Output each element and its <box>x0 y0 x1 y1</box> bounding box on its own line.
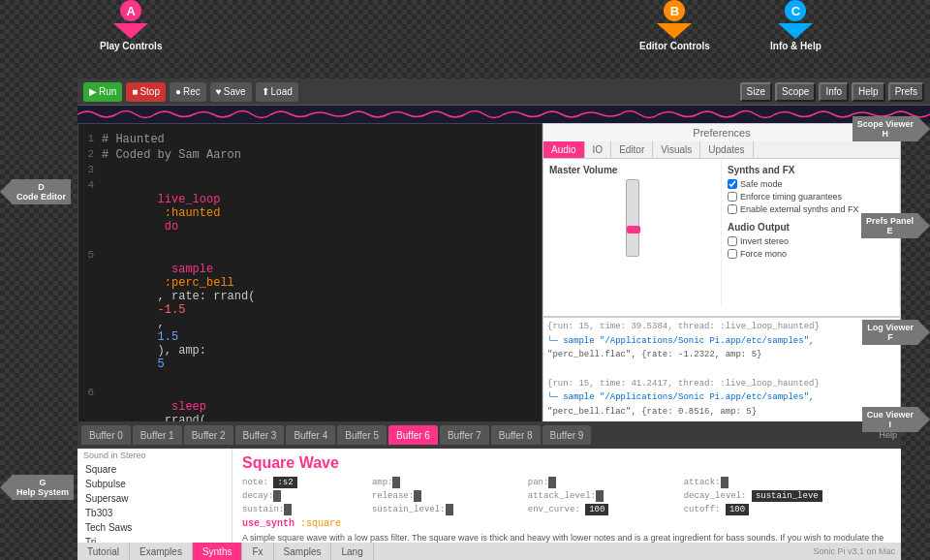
label-cue-viewer: Cue Viewer I <box>862 407 930 432</box>
volume-handle <box>627 226 640 233</box>
label-b-circle: B <box>664 0 685 21</box>
buffer-tab-0[interactable]: Buffer 0 <box>81 425 131 445</box>
label-d-arrow <box>0 180 12 203</box>
help-param-attack: attack: <box>684 476 891 487</box>
help-param-decay-level: decay_level: sustain_leve <box>684 489 891 501</box>
label-i-arrow <box>918 408 930 431</box>
prefs-tab-editor[interactable]: Editor <box>611 141 653 158</box>
label-g-box: G Help System <box>12 475 74 500</box>
label-f-arrow <box>918 321 930 344</box>
help-sidebar-techsaws[interactable]: Tech Saws <box>78 520 232 535</box>
label-e-arrow <box>918 214 930 237</box>
load-button[interactable]: ⬆ Load <box>256 82 298 102</box>
buffer-tab-2[interactable]: Buffer 2 <box>184 425 233 445</box>
log-entry-2: └─ sample "/Applications/Sonic Pi.app/et… <box>547 336 896 348</box>
label-prefs-panel: Prefs Panel E <box>861 213 930 238</box>
buffer-tab-8[interactable]: Buffer 8 <box>491 425 541 445</box>
prefs-tab-visuals[interactable]: Visuals <box>653 141 700 158</box>
force-mono-checkbox[interactable]: Force mono <box>728 249 893 259</box>
prefs-button[interactable]: Prefs <box>888 82 924 102</box>
info-button[interactable]: Info <box>819 82 849 102</box>
label-c-arrow <box>778 23 813 39</box>
label-f-box: Log Viewer F <box>862 320 918 345</box>
help-param-release: release: <box>372 489 522 501</box>
help-param-env-curve: env_curve: 100 <box>528 503 678 514</box>
prefs-tab-updates[interactable]: Updates <box>700 141 753 158</box>
help-tab-samples[interactable]: Samples <box>274 543 332 560</box>
buffer-tab-5[interactable]: Buffer 5 <box>337 425 387 445</box>
buffer-tab-7[interactable]: Buffer 7 <box>440 425 489 445</box>
help-param-pan: pan: <box>528 476 678 487</box>
help-sidebar-subpulse[interactable]: Subpulse <box>78 477 232 491</box>
log-entry-3: "perc_bell.flac", {rate: -1.2322, amp: 5… <box>547 350 896 361</box>
help-tab-examples[interactable]: Examples <box>130 543 193 560</box>
label-b-arrow <box>657 23 692 39</box>
label-i-box: Cue Viewer I <box>862 407 918 432</box>
log-entry-4 <box>547 364 896 376</box>
prefs-tab-audio[interactable]: Audio <box>543 141 585 158</box>
log-entry-1: {run: 15, time: 39.5384, thread: :live_l… <box>547 322 896 333</box>
label-scope-viewer: Scope Viewer H <box>852 116 930 141</box>
master-volume-section: Master Volume <box>543 159 722 307</box>
help-params-grid: note: :s2 amp: pan: attack: decay: relea… <box>242 476 891 514</box>
log-entry-6: └─ sample "/Applications/Sonic Pi.app/et… <box>547 392 896 404</box>
help-tab-tutorial[interactable]: Tutorial <box>78 543 130 560</box>
help-sidebar-square[interactable]: Square <box>78 462 232 477</box>
label-h-arrow <box>918 117 930 140</box>
buffer-tab-9[interactable]: Buffer 9 <box>542 425 592 445</box>
help-param-decay: decay: <box>242 489 366 501</box>
preferences-panel: ✕ Preferences Audio IO Editor Visuals Up… <box>542 123 901 317</box>
prefs-tab-io[interactable]: IO <box>585 141 612 158</box>
help-sidebar-tb303[interactable]: Tb303 <box>78 506 232 520</box>
help-tab-synths[interactable]: Synths <box>193 543 243 560</box>
buffer-tab-1[interactable]: Buffer 1 <box>133 425 182 445</box>
stop-button[interactable]: ■ Stop <box>126 82 166 102</box>
code-line-5: 5 sample :perc_bell , rate: rrand( -1.5 … <box>82 248 538 386</box>
code-line-3: 3 <box>82 163 538 178</box>
prefs-tabs: Audio IO Editor Visuals Updates <box>543 141 900 159</box>
sonic-pi-version: Sonic Pi v3.1 on Mac <box>813 546 901 556</box>
help-sidebar-header: Sound in Stereo <box>78 449 232 462</box>
waveform-display <box>78 106 930 123</box>
scope-button[interactable]: Scope <box>775 82 816 102</box>
help-toolbar-button[interactable]: Help <box>852 82 885 102</box>
buffer-tab-4[interactable]: Buffer 4 <box>286 425 335 445</box>
label-code-editor: D Code Editor <box>0 179 71 204</box>
info-help-label: Info & Help <box>770 41 822 51</box>
code-line-1: 1 # Haunted <box>82 132 538 147</box>
timing-checkbox[interactable]: Enforce timing guarantees <box>728 192 893 202</box>
label-a-arrow <box>113 23 148 39</box>
run-button[interactable]: ▶ Run <box>83 82 122 102</box>
synths-fx-label: Synths and FX <box>728 165 893 175</box>
label-e-box: Prefs Panel E <box>861 213 918 238</box>
label-g-arrow <box>0 476 12 499</box>
prefs-title: Preferences <box>543 124 900 141</box>
help-param-sustain-level: sustain_level: <box>372 503 522 514</box>
master-volume-slider[interactable] <box>626 179 639 257</box>
help-bottom-tabs: Tutorial Examples Synths Fx Samples Lang… <box>78 543 901 560</box>
buffer-tab-6[interactable]: Buffer 6 <box>388 425 438 445</box>
rec-button[interactable]: ● Rec <box>170 82 206 102</box>
log-entry-7: "perc_bell.flac", {rate: 0.8516, amp: 5} <box>547 407 896 419</box>
master-volume-label: Master Volume <box>549 165 715 175</box>
label-play-controls: A Play Controls <box>100 0 162 51</box>
label-log-viewer: Log Viewer F <box>862 320 930 345</box>
help-param-cutoff: cutoff: 100 <box>684 503 891 514</box>
log-entry-5: {run: 15, time: 41.2417, thread: :live_l… <box>547 379 896 390</box>
safe-mode-checkbox[interactable]: Safe mode <box>728 179 893 189</box>
buffer-tab-3[interactable]: Buffer 3 <box>235 425 285 445</box>
code-line-4: 4 live_loop :haunted do <box>82 178 538 248</box>
help-param-note: note: :s2 <box>242 476 366 487</box>
label-a-circle: A <box>120 0 141 21</box>
help-tab-fx[interactable]: Fx <box>242 543 273 560</box>
help-param-attack-level: attack_level: <box>528 489 678 501</box>
help-tab-lang[interactable]: Lang <box>331 543 373 560</box>
code-line-2: 2 # Coded by Sam Aaron <box>82 147 538 163</box>
help-param-amp: amp: <box>372 476 522 487</box>
save-button[interactable]: ♥ Save <box>210 82 252 102</box>
size-button[interactable]: Size <box>740 82 772 102</box>
help-sidebar-supersaw[interactable]: Supersaw <box>78 491 232 506</box>
label-h-box: Scope Viewer H <box>852 116 918 141</box>
main-toolbar: ▶ Run ■ Stop ● Rec ♥ Save ⬆ Load Size Sc… <box>78 78 930 106</box>
toolbar-right-section: Size Scope Info Help Prefs <box>740 82 924 102</box>
